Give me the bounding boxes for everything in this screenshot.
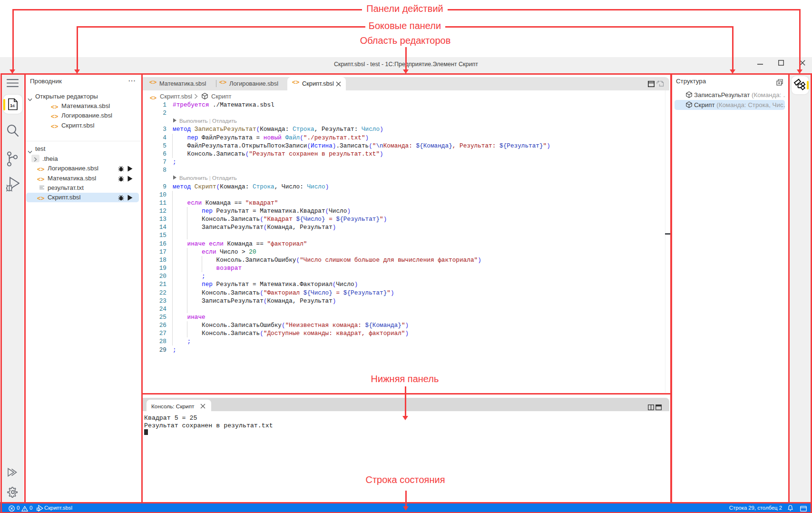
svg-text:1с: 1с <box>10 103 15 108</box>
